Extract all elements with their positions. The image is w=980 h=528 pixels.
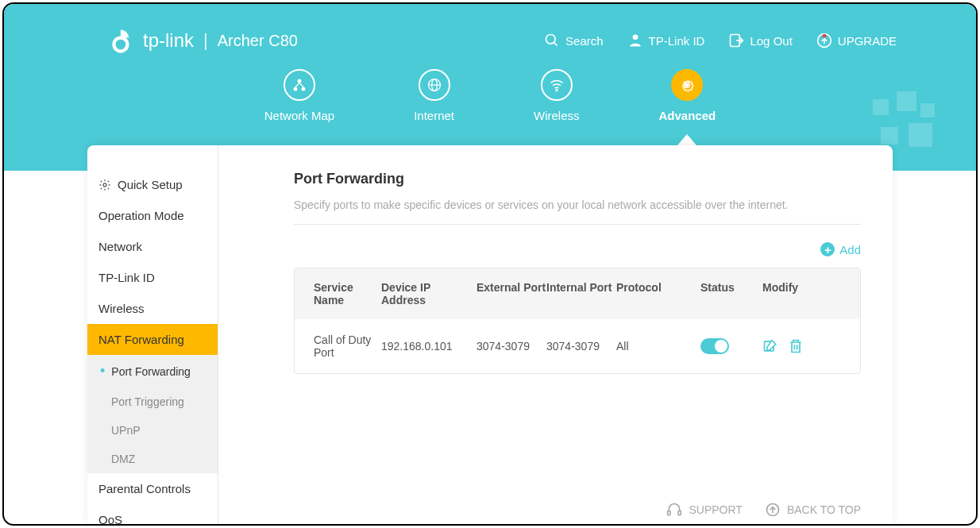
th-protocol: Protocol — [616, 281, 700, 306]
search-icon — [544, 33, 560, 48]
nav-network-map[interactable]: Network Map — [264, 69, 334, 122]
nav-network-map-label: Network Map — [264, 109, 334, 122]
sidebar-item-qos[interactable]: QoS — [87, 504, 218, 526]
th-service-name: Service Name — [314, 281, 381, 306]
nav-wireless-label: Wireless — [534, 109, 580, 122]
th-device-ip: Device IP Address — [381, 281, 476, 306]
upgrade-label: UPGRADE — [838, 34, 897, 48]
sidebar-item-tplink-id[interactable]: TP-Link ID — [87, 262, 218, 293]
svg-point-1 — [546, 35, 556, 44]
tplink-id-button[interactable]: TP-Link ID — [627, 33, 705, 48]
tplink-id-label: TP-Link ID — [649, 34, 705, 48]
logout-icon — [728, 33, 744, 48]
sidebar-tplink-id-label: TP-Link ID — [98, 271, 155, 284]
svg-point-13 — [556, 90, 558, 91]
person-icon — [627, 33, 643, 48]
nav-internet[interactable]: Internet — [414, 69, 454, 122]
sidebar-quick-setup-label: Quick Setup — [118, 178, 183, 191]
tp-link-logo-icon — [111, 27, 138, 54]
svg-rect-18 — [678, 511, 681, 515]
sidebar-upnp-label: UPnP — [111, 424, 141, 437]
sidebar-item-operation-mode[interactable]: Operation Mode — [87, 200, 218, 231]
search-button[interactable]: Search — [544, 33, 604, 48]
svg-point-15 — [103, 183, 106, 187]
svg-rect-17 — [668, 511, 670, 515]
cell-device-ip: 192.168.0.101 — [381, 340, 476, 353]
th-internal-port: Internal Port — [546, 281, 616, 306]
cell-service-name: Call of Duty Port — [314, 333, 381, 359]
svg-point-8 — [293, 87, 297, 91]
status-toggle[interactable] — [700, 338, 729, 354]
edit-icon[interactable] — [762, 338, 778, 354]
sidebar-network-label: Network — [98, 240, 142, 253]
upgrade-button[interactable]: UPGRADE — [816, 33, 897, 48]
th-status: Status — [700, 281, 762, 306]
sidebar: Quick Setup Operation Mode Network TP-Li… — [87, 145, 218, 524]
svg-line-2 — [554, 43, 558, 46]
brand-divider: | — [203, 30, 208, 51]
brand-name: tp-link — [143, 29, 194, 52]
sidebar-operation-mode-label: Operation Mode — [98, 209, 184, 222]
gear-small-icon — [98, 179, 111, 191]
sidebar-parental-controls-label: Parental Controls — [98, 482, 191, 495]
back-to-top-button[interactable]: BACK TO TOP — [765, 502, 861, 518]
svg-point-6 — [822, 34, 826, 38]
sidebar-sub-port-forwarding[interactable]: Port Forwarding — [87, 355, 218, 387]
brand-logo[interactable]: tp-link | Archer C80 — [111, 27, 298, 54]
logout-button[interactable]: Log Out — [728, 33, 792, 48]
support-label: SUPPORT — [689, 503, 742, 516]
page-title: Port Forwarding — [294, 171, 861, 187]
wifi-icon — [549, 77, 565, 93]
nav-internet-label: Internet — [414, 109, 454, 122]
plus-icon: + — [820, 242, 835, 256]
sidebar-sub-dmz[interactable]: DMZ — [87, 445, 218, 473]
svg-point-7 — [297, 79, 301, 83]
brand-model: Archer C80 — [218, 32, 298, 50]
sidebar-item-quick-setup[interactable]: Quick Setup — [87, 169, 218, 200]
upgrade-icon — [816, 33, 832, 48]
nav-advanced-label: Advanced — [659, 109, 716, 122]
add-button[interactable]: + Add — [820, 242, 861, 256]
sidebar-item-wireless[interactable]: Wireless — [87, 293, 218, 324]
globe-icon — [426, 77, 442, 93]
sidebar-nat-forwarding-label: NAT Forwarding — [98, 333, 184, 346]
sidebar-wireless-label: Wireless — [98, 302, 145, 315]
sidebar-port-forwarding-label: Port Forwarding — [111, 365, 191, 378]
nav-advanced[interactable]: Advanced — [659, 69, 716, 122]
svg-point-14 — [685, 83, 689, 87]
th-modify: Modify — [762, 281, 810, 306]
svg-point-0 — [114, 38, 127, 52]
port-forwarding-table: Service Name Device IP Address External … — [294, 268, 861, 374]
arrow-up-circle-icon — [765, 502, 781, 518]
svg-point-9 — [301, 87, 305, 91]
logout-label: Log Out — [750, 34, 792, 48]
network-map-icon — [291, 77, 307, 93]
gear-icon — [679, 77, 695, 93]
headset-icon — [666, 502, 682, 518]
cell-external-port: 3074-3079 — [476, 340, 546, 353]
sidebar-sub-port-triggering[interactable]: Port Triggering — [87, 387, 218, 416]
sidebar-item-parental-controls[interactable]: Parental Controls — [87, 473, 218, 504]
sidebar-sub-upnp[interactable]: UPnP — [87, 416, 218, 445]
support-button[interactable]: SUPPORT — [666, 502, 742, 518]
cell-internal-port: 3074-3079 — [546, 340, 616, 353]
back-to-top-label: BACK TO TOP — [787, 503, 861, 516]
sidebar-item-nat-forwarding[interactable]: NAT Forwarding — [87, 324, 218, 355]
delete-icon[interactable] — [788, 338, 804, 354]
cell-protocol: All — [616, 340, 700, 353]
add-label: Add — [839, 243, 861, 256]
sidebar-dmz-label: DMZ — [111, 453, 135, 465]
page-description: Specify ports to make specific devices o… — [294, 198, 861, 225]
search-label: Search — [565, 34, 604, 48]
th-external-port: External Port — [476, 281, 546, 306]
nav-wireless[interactable]: Wireless — [534, 69, 580, 122]
sidebar-port-triggering-label: Port Triggering — [111, 395, 184, 408]
svg-point-3 — [632, 35, 638, 40]
sidebar-item-network[interactable]: Network — [87, 231, 218, 262]
sidebar-qos-label: QoS — [98, 513, 122, 526]
table-row: Call of Duty Port 192.168.0.101 3074-307… — [295, 319, 860, 373]
